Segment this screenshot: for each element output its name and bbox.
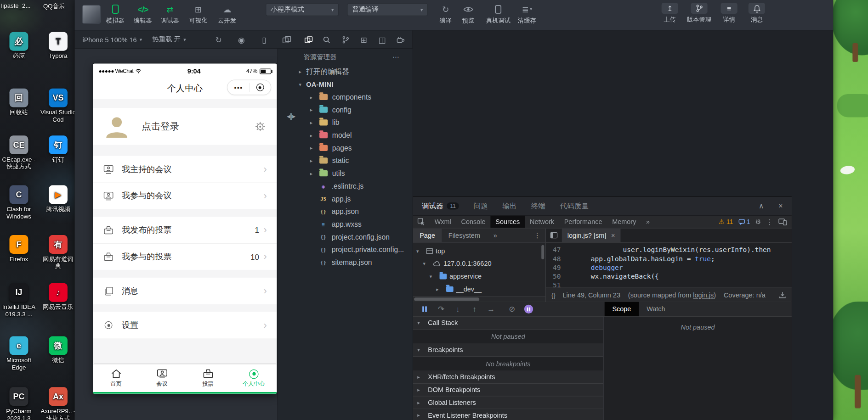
- caret-icon[interactable]: [430, 274, 437, 279]
- refresh-icon[interactable]: ↻: [211, 30, 227, 49]
- tree-file-project-private-config[interactable]: {} project.private.config...: [278, 243, 413, 256]
- source-node-appservice[interactable]: appservice: [413, 270, 545, 283]
- tree-file-eslintrc[interactable]: ◉ .eslintrc.js: [278, 180, 413, 193]
- tab-output[interactable]: 输出: [502, 201, 516, 211]
- tab-scope[interactable]: Scope: [605, 302, 639, 316]
- horizontal-scrollbar[interactable]: [414, 297, 479, 301]
- sidebar-tab-filesystem[interactable]: Filesystem: [442, 229, 487, 242]
- source-node-dev[interactable]: __dev__: [413, 283, 545, 296]
- menu-item-hosted-meetings[interactable]: 我主持的会议: [93, 156, 277, 183]
- menu-item-joined-meetings[interactable]: 我参与的会议: [93, 183, 277, 209]
- step-out-button[interactable]: ↑: [466, 305, 482, 314]
- desktop-icon-typora[interactable]: T Typora: [40, 32, 76, 60]
- step-into-button[interactable]: ↓: [449, 305, 466, 314]
- section-dom-breakpoints[interactable]: DOM Breakpoints: [413, 384, 603, 397]
- tree-file-app-wxss[interactable]: ≡ app.wxss: [278, 218, 413, 231]
- hot-reload-toggle[interactable]: 热重载 开▾: [152, 30, 186, 49]
- caret-icon[interactable]: [310, 145, 318, 151]
- menu-item-published-votes[interactable]: 我发布的投票 1: [93, 217, 277, 243]
- clear-cache-button[interactable]: ≣▾ 清缓存: [514, 3, 539, 25]
- multi-window-icon[interactable]: [279, 30, 295, 49]
- record-icon[interactable]: ◉: [233, 30, 249, 49]
- tree-folder-pages[interactable]: pages: [278, 141, 413, 154]
- more-icon[interactable]: [392, 53, 400, 61]
- devtools-settings-gear-icon[interactable]: ⚙: [755, 218, 761, 226]
- vertical-scrollbar[interactable]: [541, 245, 544, 259]
- desktop-icon-firefox[interactable]: F Firefox: [1, 235, 36, 263]
- remote-debug-button[interactable]: 真机调试: [482, 3, 515, 25]
- section-event-listener-breakpoints[interactable]: Event Listener Breakpoints: [413, 409, 603, 420]
- step-over-button[interactable]: ↷: [433, 305, 449, 314]
- mode-select[interactable]: 小程序模式▾: [266, 3, 339, 16]
- tab-debugger[interactable]: 调试器 11: [422, 201, 459, 211]
- devtools-tab-memory[interactable]: Memory: [607, 216, 641, 228]
- deactivate-breakpoints-button[interactable]: ⊘: [504, 305, 520, 314]
- device-toolbar-icon[interactable]: [778, 218, 787, 225]
- project-thumbnail[interactable]: [82, 5, 101, 24]
- panel-resize-handle[interactable]: [287, 112, 295, 120]
- details-button[interactable]: ≡ 详情: [714, 3, 744, 24]
- pages-icon[interactable]: [301, 30, 316, 49]
- desktop-icon-intellij[interactable]: IJ IntelliJ IDEA 019.3.3 ...: [1, 283, 36, 318]
- caret-icon[interactable]: [436, 286, 443, 291]
- desktop-icon-wechat[interactable]: 微 微信: [40, 336, 76, 364]
- source-map-link[interactable]: login.js: [693, 291, 714, 299]
- caret-icon[interactable]: [417, 320, 425, 326]
- collapse-panel-icon[interactable]: ∧: [759, 197, 764, 215]
- caret-icon[interactable]: [416, 248, 424, 253]
- tree-folder-lib[interactable]: lib: [278, 116, 413, 129]
- version-control-button[interactable]: 版本管理: [684, 3, 714, 24]
- caret-icon[interactable]: [417, 347, 425, 353]
- file-tab-login-js[interactable]: login.js? [sm] ×: [562, 229, 621, 242]
- devtools-tab-console[interactable]: Console: [456, 216, 491, 228]
- inspect-icon[interactable]: [417, 218, 425, 226]
- download-source-icon[interactable]: [779, 291, 786, 299]
- caret-icon[interactable]: [417, 413, 425, 418]
- caret-icon[interactable]: [310, 94, 318, 100]
- close-icon[interactable]: ×: [611, 231, 615, 239]
- desktop-icon-bing[interactable]: 必 必应: [1, 32, 36, 60]
- caret-icon[interactable]: [299, 69, 306, 74]
- desktop-icon-cecap[interactable]: CE CEcap.exe - 快捷方式: [1, 135, 36, 170]
- caret-icon[interactable]: [417, 375, 425, 380]
- debugger-toggle-button[interactable]: ⇄ 调试器: [157, 3, 182, 25]
- tab-home[interactable]: 首页: [93, 364, 139, 392]
- tree-folder-model[interactable]: model: [278, 129, 413, 142]
- pause-on-exceptions-button[interactable]: [520, 305, 537, 314]
- tree-file-sitemap[interactable]: {} sitemap.json: [278, 256, 413, 269]
- caret-icon[interactable]: [299, 82, 306, 87]
- desktop-icon-dingtalk[interactable]: 钉 钉钉: [40, 135, 76, 163]
- compile-mode-select[interactable]: 普通编译▾: [347, 3, 428, 16]
- editor-toggle-button[interactable]: </> 编辑器: [130, 3, 155, 25]
- coffee-icon[interactable]: [392, 30, 408, 49]
- tree-item-project-root[interactable]: OA-MINI: [278, 78, 413, 91]
- devtools-tab-network[interactable]: Network: [525, 216, 559, 228]
- line-number-gutter[interactable]: 49: [546, 263, 567, 272]
- caret-icon[interactable]: [310, 158, 318, 163]
- desktop-icon-tencent-video[interactable]: ▶ 腾讯视频: [40, 185, 76, 213]
- desktop-icon-recycle-bin[interactable]: 回 回收站: [1, 89, 36, 116]
- sidebar-tab-page[interactable]: Page: [413, 229, 442, 242]
- exit-target-icon[interactable]: [250, 84, 271, 91]
- scheme-branch-icon[interactable]: [338, 30, 353, 49]
- devtools-tab-overflow[interactable]: »: [641, 216, 655, 228]
- caret-icon[interactable]: [310, 171, 318, 176]
- caret-icon[interactable]: [310, 107, 318, 112]
- desktop-icon-vscode[interactable]: VS Visual Studio Cod: [40, 89, 76, 123]
- source-node-top[interactable]: top: [413, 244, 545, 257]
- desktop-icon-youdao[interactable]: 有 网易有道词典: [40, 235, 76, 270]
- devtools-tab-sources[interactable]: Sources: [490, 216, 525, 228]
- caret-icon[interactable]: [423, 261, 430, 266]
- caret-icon[interactable]: [310, 120, 318, 125]
- cloud-dev-button[interactable]: ☁ 云开发: [214, 3, 239, 25]
- desktop-icon-pycharm[interactable]: PC PyCharm 2023.1.3: [1, 387, 36, 420]
- pause-resume-button[interactable]: [416, 306, 433, 312]
- caret-icon[interactable]: [417, 400, 425, 405]
- upload-button[interactable]: ↥ 上传: [655, 3, 685, 24]
- tab-code-quality[interactable]: 代码质量: [560, 201, 589, 211]
- section-call-stack[interactable]: Call Stack: [413, 317, 603, 330]
- tab-watch[interactable]: Watch: [639, 302, 673, 316]
- desktop-icon-edge[interactable]: e Microsoft Edge: [1, 336, 36, 371]
- line-number-gutter[interactable]: 50: [546, 272, 567, 281]
- line-number-gutter[interactable]: 47: [546, 246, 567, 254]
